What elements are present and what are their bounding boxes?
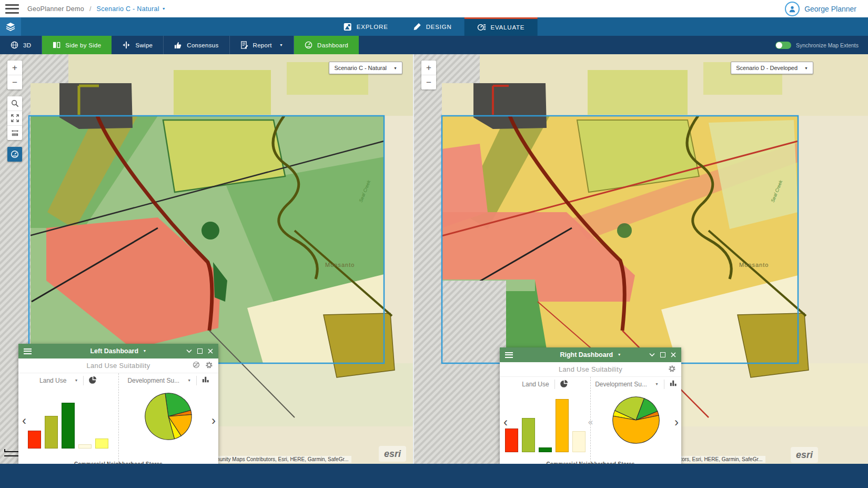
- search-button[interactable]: [7, 96, 22, 111]
- bar-chart-icon[interactable]: [202, 376, 209, 385]
- chart-caption: Commercial Neighborhood Stores: [500, 461, 681, 464]
- collapse-icon[interactable]: [649, 353, 655, 357]
- dashboard-gauge-icon: [11, 150, 19, 158]
- layers-button[interactable]: [0, 17, 21, 36]
- user-avatar-icon: [785, 2, 800, 16]
- report-icon: [240, 41, 248, 49]
- dashboard-subtitle: Land Use Suitability: [559, 365, 622, 373]
- caret-down-icon[interactable]: ▼: [187, 379, 191, 382]
- side-by-side-icon: [53, 41, 60, 49]
- user-menu[interactable]: George Planner: [785, 2, 856, 16]
- widget-label[interactable]: Land Use: [522, 381, 549, 388]
- left-dashboard-panel: Left Dashboard ▼ Land Use Suitability: [18, 344, 218, 464]
- globe-disabled-icon[interactable]: [193, 361, 200, 370]
- development-suitability-pie-chart[interactable]: [144, 392, 193, 441]
- evaluate-gauge-icon: [477, 23, 486, 32]
- gear-icon[interactable]: [205, 361, 213, 371]
- map-tools-left: [7, 96, 22, 140]
- land-use-widget: Land Use ▼: [18, 373, 118, 464]
- full-extent-button[interactable]: [7, 111, 22, 126]
- development-suitability-pie-chart[interactable]: [611, 395, 661, 445]
- dashboard-subtitle-row: Land Use Suitability: [18, 358, 218, 373]
- caret-down-icon[interactable]: ▼: [655, 382, 659, 386]
- bottom-bar: [0, 464, 868, 488]
- dashboard-body: Land Use Development Su... ▼: [500, 377, 681, 464]
- right-dashboard-panel: Right Dashboard ▼ Land Use Suitability: [500, 347, 681, 464]
- esri-logo: esri: [379, 446, 406, 462]
- swipe-icon: [122, 41, 130, 49]
- page-next-arrow[interactable]: ›: [211, 418, 216, 423]
- collapse-icon[interactable]: [186, 349, 192, 353]
- maximize-icon[interactable]: [197, 348, 203, 354]
- pie-chart-icon[interactable]: [89, 376, 97, 385]
- pencil-icon: [413, 23, 421, 31]
- map-label-town: Monsanto: [325, 262, 355, 268]
- evaluate-toolbar: 3D Side by Side Swipe Consensus Report: [0, 36, 868, 54]
- dashboard-map-button[interactable]: [7, 147, 22, 162]
- nav-bar: EXPLORE DESIGN EVALUATE: [0, 17, 868, 36]
- dashboard-body: Land Use ▼ Development Su... ▼: [18, 373, 218, 464]
- land-use-bar-chart[interactable]: [505, 393, 586, 452]
- map-left-scenario-c: Monsanto Seal Creek Scenario C - Natural…: [0, 54, 413, 464]
- dashboard-gauge-icon: [305, 41, 312, 49]
- swipe-button[interactable]: Swipe: [112, 36, 164, 54]
- zoom-control-right: + −: [421, 61, 436, 89]
- scenario-select-right[interactable]: Scenario D - Developed ▼: [731, 62, 813, 74]
- consensus-button[interactable]: Consensus: [164, 36, 229, 54]
- sync-extents-label: Synchronize Map Extents: [796, 42, 859, 48]
- measure-button[interactable]: [7, 126, 22, 140]
- page-previous-arrow[interactable]: ‹: [22, 418, 26, 423]
- dashboard-subtitle-row: Land Use Suitability: [500, 362, 681, 377]
- user-name: George Planner: [804, 5, 856, 13]
- map-area: Monsanto Seal Creek Scenario C - Natural…: [0, 54, 868, 464]
- zoom-out-button[interactable]: −: [7, 75, 22, 89]
- caret-down-icon: ▼: [143, 349, 147, 353]
- main-menu-icon[interactable]: [5, 4, 19, 14]
- breadcrumb-scenario[interactable]: Scenario C - Natural▼: [97, 5, 166, 13]
- tab-design[interactable]: DESIGN: [401, 17, 465, 36]
- maximize-icon[interactable]: [660, 352, 665, 357]
- caret-down-icon: ▼: [804, 66, 808, 70]
- gear-icon[interactable]: [668, 365, 676, 374]
- dashboard-button[interactable]: Dashboard: [294, 36, 359, 54]
- chart-caption: Commercial Neighborhood Stores: [18, 461, 218, 464]
- widget-label[interactable]: Land Use: [39, 377, 66, 384]
- close-icon[interactable]: [671, 352, 676, 357]
- page-previous-arrow[interactable]: ‹: [503, 420, 508, 425]
- 3d-button[interactable]: 3D: [0, 36, 42, 54]
- zoom-control-left: + −: [7, 61, 22, 89]
- land-use-widget: Land Use: [500, 377, 590, 464]
- breadcrumb-separator: /: [89, 5, 91, 13]
- widget-label[interactable]: Development Su...: [127, 377, 179, 384]
- side-by-side-button[interactable]: Side by Side: [42, 36, 112, 54]
- bar-chart-icon[interactable]: [670, 380, 677, 389]
- explore-icon: [344, 23, 352, 31]
- zoom-in-button[interactable]: +: [421, 61, 436, 75]
- right-dashboard-header[interactable]: Right Dashboard ▼: [500, 347, 681, 362]
- dashboard-subtitle: Land Use Suitability: [87, 362, 150, 370]
- esri-logo: esri: [791, 447, 818, 463]
- sync-extents-control: Synchronize Map Extents: [775, 36, 868, 54]
- thumbs-up-icon: [174, 41, 182, 49]
- globe-icon: [11, 41, 18, 49]
- caret-down-icon: ▼: [162, 7, 166, 11]
- scenario-select-left[interactable]: Scenario C - Natural ▼: [329, 62, 402, 74]
- left-dashboard-header[interactable]: Left Dashboard ▼: [18, 344, 218, 358]
- development-suitability-widget: Development Su... ▼: [590, 377, 681, 464]
- caret-down-icon: ▼: [618, 353, 621, 356]
- collapse-widget-arrow[interactable]: «: [588, 420, 593, 425]
- pie-chart-icon[interactable]: [560, 380, 568, 389]
- tab-explore[interactable]: EXPLORE: [331, 17, 401, 36]
- sync-extents-toggle[interactable]: [775, 42, 791, 49]
- report-button[interactable]: Report ▼: [230, 36, 295, 54]
- zoom-in-button[interactable]: +: [7, 61, 22, 75]
- geoplanner-app: GeoPlanner Demo / Scenario C - Natural▼ …: [0, 0, 868, 488]
- tab-evaluate[interactable]: EVALUATE: [465, 17, 538, 36]
- zoom-out-button[interactable]: −: [421, 75, 436, 89]
- widget-label[interactable]: Development Su...: [595, 381, 647, 388]
- caret-down-icon[interactable]: ▼: [74, 379, 78, 382]
- map-right-scenario-d: Monsanto Seal Creek Scenario D - Develop…: [413, 54, 868, 464]
- close-icon[interactable]: [208, 348, 213, 354]
- land-use-bar-chart[interactable]: [28, 390, 108, 449]
- page-next-arrow[interactable]: ›: [674, 420, 679, 425]
